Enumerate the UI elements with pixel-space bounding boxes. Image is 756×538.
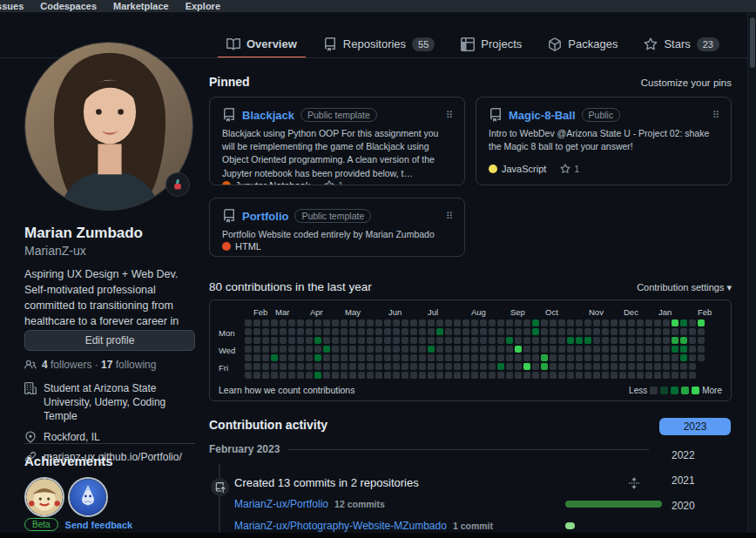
contribution-cell[interactable] (367, 354, 374, 361)
contribution-cell[interactable] (445, 372, 452, 379)
contribution-cell[interactable] (419, 346, 426, 353)
contribution-cell[interactable] (245, 319, 252, 326)
contribution-cell[interactable] (375, 337, 382, 344)
contribution-cell[interactable] (645, 363, 652, 370)
contribution-cell[interactable] (602, 337, 609, 344)
contribution-cell[interactable] (271, 337, 278, 344)
contribution-cell[interactable] (314, 319, 321, 326)
tab-repositories[interactable]: Repositories 55 (314, 35, 444, 58)
contribution-cell[interactable] (341, 337, 348, 344)
contribution-cell[interactable] (462, 372, 469, 379)
contribution-cell[interactable] (489, 363, 496, 370)
contribution-cell[interactable] (584, 328, 591, 335)
contribution-cell[interactable] (332, 346, 339, 353)
contribution-cell[interactable] (637, 337, 644, 344)
contribution-cell[interactable] (454, 328, 461, 335)
contribution-cell[interactable] (672, 372, 678, 379)
contribution-cell[interactable] (436, 319, 443, 326)
contribution-cell[interactable] (619, 372, 626, 379)
contribution-cell[interactable] (515, 337, 522, 344)
drag-grip-icon[interactable]: ⠿ (446, 110, 452, 121)
contribution-cell[interactable] (689, 354, 696, 361)
contribution-cell[interactable] (593, 372, 600, 379)
contribution-cell[interactable] (645, 372, 652, 379)
contribution-cell[interactable] (402, 346, 408, 353)
contribution-cell[interactable] (541, 363, 548, 370)
contribution-cell[interactable] (245, 372, 252, 379)
contribution-cell[interactable] (698, 337, 705, 344)
contribution-cell[interactable] (567, 346, 574, 353)
learn-contributions-link[interactable]: Learn how we count contributions (219, 385, 354, 395)
contribution-cell[interactable] (532, 328, 539, 335)
repo-link-activity-photography[interactable]: MarianZ-ux/Photography-Website-MZumbado (234, 520, 447, 532)
contribution-cell[interactable] (280, 372, 287, 379)
contribution-cell[interactable] (367, 328, 374, 335)
contribution-cell[interactable] (314, 328, 321, 335)
nav-item-issues[interactable]: Issues (0, 1, 24, 11)
contribution-cell[interactable] (532, 346, 539, 353)
contribution-cell[interactable] (584, 372, 591, 379)
contribution-cell[interactable] (410, 372, 417, 379)
contribution-cell[interactable] (680, 346, 687, 353)
contribution-cell[interactable] (367, 319, 374, 326)
contribution-cell[interactable] (349, 328, 356, 335)
contribution-cell[interactable] (297, 346, 304, 353)
contribution-cell[interactable] (515, 354, 522, 361)
contribution-cell[interactable] (593, 363, 600, 370)
contribution-cell[interactable] (367, 372, 374, 379)
contribution-cell[interactable] (532, 372, 539, 379)
contribution-cell[interactable] (419, 354, 426, 361)
contribution-cell[interactable] (384, 319, 391, 326)
contribution-cell[interactable] (410, 319, 417, 326)
contribution-cell[interactable] (288, 328, 295, 335)
contribution-cell[interactable] (602, 346, 609, 353)
contribution-cell[interactable] (332, 328, 339, 335)
contribution-cell[interactable] (611, 354, 618, 361)
contribution-cell[interactable] (428, 346, 435, 353)
contribution-cell[interactable] (462, 337, 469, 344)
contribution-cell[interactable] (497, 354, 504, 361)
contribution-cell[interactable] (637, 328, 644, 335)
contribution-cell[interactable] (384, 363, 391, 370)
contribution-cell[interactable] (471, 319, 478, 326)
contribution-cell[interactable] (384, 346, 391, 353)
contribution-cell[interactable] (654, 337, 661, 344)
contribution-cell[interactable] (402, 363, 408, 370)
contribution-cell[interactable] (288, 363, 295, 370)
contribution-cell[interactable] (358, 354, 365, 361)
contribution-cell[interactable] (271, 354, 278, 361)
contribution-cell[interactable] (297, 354, 304, 361)
contribution-cell[interactable] (567, 354, 574, 361)
repo-link-magic-8-ball[interactable]: Magic-8-Ball (509, 109, 576, 122)
contribution-cell[interactable] (445, 346, 452, 353)
contribution-cell[interactable] (462, 346, 469, 353)
contribution-cell[interactable] (628, 337, 635, 344)
contribution-cell[interactable] (497, 346, 504, 353)
contribution-cell[interactable] (550, 363, 557, 370)
contribution-cell[interactable] (428, 319, 435, 326)
contribution-cell[interactable] (306, 328, 313, 335)
contribution-cell[interactable] (611, 363, 618, 370)
contribution-cell[interactable] (306, 372, 313, 379)
contribution-cell[interactable] (262, 337, 269, 344)
contribution-cell[interactable] (593, 319, 600, 326)
repo-link-blackjack[interactable]: Blackjack (242, 109, 294, 122)
contribution-cell[interactable] (402, 328, 408, 335)
contribution-cell[interactable] (611, 346, 618, 353)
contribution-cell[interactable] (541, 346, 548, 353)
contribution-cell[interactable] (663, 319, 670, 326)
contribution-settings-dropdown[interactable]: Contribution settings ▾ (637, 282, 732, 293)
contribution-cell[interactable] (619, 337, 626, 344)
contribution-cell[interactable] (637, 319, 644, 326)
contribution-cell[interactable] (428, 354, 435, 361)
scrollbar-thumb[interactable] (750, 17, 755, 68)
contribution-cell[interactable] (288, 354, 295, 361)
contribution-cell[interactable] (558, 363, 565, 370)
contribution-cell[interactable] (576, 372, 583, 379)
nav-item-marketplace[interactable]: Marketplace (113, 1, 169, 11)
contribution-cell[interactable] (576, 354, 583, 361)
contribution-cell[interactable] (262, 372, 269, 379)
contribution-cell[interactable] (253, 337, 260, 344)
contribution-cell[interactable] (262, 363, 269, 370)
contribution-cell[interactable] (419, 328, 426, 335)
